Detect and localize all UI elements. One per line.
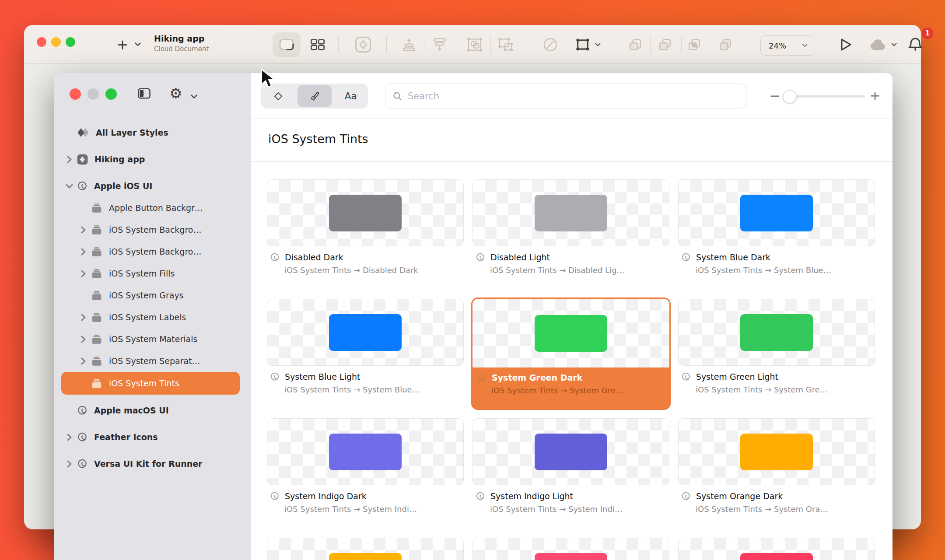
sidebar-item-apple-ios-ui[interactable]: Apple iOS UI: [54, 175, 251, 197]
swatch-preview[interactable]: [678, 538, 875, 560]
style-card-system-indigo-dark[interactable]: System Indigo Dark iOS System Tints → Sy…: [267, 418, 464, 528]
sidebar-item-ios-system-tints[interactable]: iOS System Tints: [61, 372, 240, 395]
settings-chevron[interactable]: [191, 92, 197, 101]
swatch-preview[interactable]: [678, 418, 875, 485]
sidebar-item-ios-system-backgro[interactable]: iOS System Backgro…: [54, 219, 251, 241]
chevron-icon[interactable]: [78, 357, 88, 365]
zoom-level-dropdown[interactable]: 24%: [760, 35, 814, 56]
swatch-preview[interactable]: [472, 538, 669, 560]
sidebar-item-hiking-app[interactable]: Hiking app: [54, 148, 251, 170]
minimize-button[interactable]: [51, 37, 61, 47]
sidebar-item-feather-icons[interactable]: Feather Icons: [54, 426, 251, 448]
card-title: System Indigo Dark: [285, 491, 367, 501]
tab-text-styles[interactable]: Aa: [333, 85, 368, 107]
bring-forward-button[interactable]: [397, 25, 421, 64]
swatch-preview[interactable]: [267, 179, 464, 246]
zoom-slider-track[interactable]: [784, 95, 865, 98]
swatch-preview[interactable]: [472, 179, 669, 246]
chevron-icon[interactable]: [64, 155, 74, 164]
zoom-window-button[interactable]: [66, 37, 75, 47]
style-card-system-green-light[interactable]: System Green Light iOS System Tints → Sy…: [678, 299, 875, 409]
create-symbol-button[interactable]: [351, 25, 375, 64]
chevron-icon[interactable]: [78, 248, 88, 256]
sidebar-item-apple-macos-ui[interactable]: Apple macOS UI: [54, 399, 251, 421]
sidebar-item-versa-ui-kit-for-runner[interactable]: Versa UI Kit for Runner: [54, 453, 251, 475]
sidebar-item-all-layer-styles[interactable]: All Layer Styles: [54, 122, 251, 144]
resize-chevron[interactable]: [593, 25, 602, 64]
search-field[interactable]: [385, 84, 746, 108]
chevron-icon[interactable]: [78, 335, 88, 343]
card-breadcrumb: iOS System Tints → System Blue…: [284, 385, 464, 394]
chevron-icon[interactable]: [64, 433, 74, 441]
style-card-partial[interactable]: [678, 538, 875, 560]
add-page-chevron[interactable]: [133, 25, 143, 64]
swatch-preview[interactable]: [267, 538, 464, 560]
union-button[interactable]: [624, 25, 646, 64]
zoom-in-button[interactable]: +: [869, 88, 880, 103]
zoom-window-button[interactable]: [105, 88, 117, 100]
style-card-system-blue-dark[interactable]: System Blue Dark iOS System Tints → Syst…: [678, 179, 875, 289]
group-button[interactable]: [463, 25, 486, 64]
card-title: Disabled Dark: [285, 252, 343, 262]
cloud-chevron[interactable]: [889, 25, 898, 64]
style-card-partial[interactable]: [267, 538, 464, 560]
library-icon: [77, 405, 88, 416]
swatch-preview[interactable]: [267, 299, 464, 366]
chevron-icon[interactable]: [64, 182, 74, 190]
sidebar-item-ios-system-materials[interactable]: iOS System Materials: [54, 328, 251, 350]
swatch-preview[interactable]: [678, 179, 875, 246]
difference-button[interactable]: [714, 25, 736, 64]
chevron-icon[interactable]: [78, 313, 88, 322]
style-card-disabled-light[interactable]: Disabled Light iOS System Tints → Disabl…: [472, 179, 669, 289]
preview-button[interactable]: [834, 25, 858, 64]
sidebar-item-label: Apple Button Backgr…: [109, 203, 203, 213]
chevron-icon: [80, 313, 86, 322]
settings-button[interactable]: ⚙: [169, 86, 182, 101]
folder-icon: [91, 225, 103, 235]
insert-frame-button[interactable]: [273, 32, 301, 57]
close-button[interactable]: [70, 88, 81, 100]
style-card-disabled-dark[interactable]: Disabled Dark iOS System Tints → Disable…: [267, 179, 464, 289]
zoom-out-button[interactable]: −: [769, 88, 780, 103]
swatch-preview[interactable]: [472, 299, 669, 368]
folder-icon: [91, 290, 103, 301]
style-card-system-green-dark[interactable]: System Green Dark iOS System Tints → Sys…: [471, 298, 671, 410]
chevron-icon[interactable]: [64, 460, 74, 468]
chevron-icon[interactable]: [78, 226, 88, 234]
chevron-icon: [80, 270, 86, 278]
library-icon: [77, 405, 88, 416]
style-card-system-orange-dark[interactable]: System Orange Dark iOS System Tints → Sy…: [678, 418, 875, 528]
style-card-partial[interactable]: [472, 538, 669, 560]
sidebar-item-ios-system-grays[interactable]: iOS System Grays: [54, 284, 251, 306]
sidebar-item-ios-system-backgro[interactable]: iOS System Backgro…: [54, 241, 251, 262]
library-link-icon: [476, 372, 487, 383]
resize-button[interactable]: [572, 25, 594, 64]
grid-view-button[interactable]: [306, 25, 329, 64]
close-button[interactable]: [37, 37, 46, 47]
sidebar-item-ios-system-labels[interactable]: iOS System Labels: [54, 306, 251, 328]
send-backward-button[interactable]: [428, 25, 452, 64]
swatch-preview[interactable]: [267, 418, 464, 485]
subtract-button[interactable]: [654, 25, 676, 64]
toggle-sidebar-button[interactable]: [137, 88, 151, 101]
style-card-system-blue-light[interactable]: System Blue Light iOS System Tints → Sys…: [267, 299, 464, 409]
style-card-system-indigo-light[interactable]: System Indigo Light iOS System Tints → S…: [472, 418, 669, 528]
tab-layer-styles[interactable]: [298, 85, 332, 107]
intersect-button[interactable]: [683, 25, 705, 64]
add-page-button[interactable]: +: [114, 25, 131, 64]
difference-icon: [718, 37, 733, 52]
sidebar-item-label: Apple iOS UI: [94, 181, 152, 191]
swatch-preview[interactable]: [678, 299, 875, 366]
swatch-preview[interactable]: [472, 418, 669, 485]
ungroup-button[interactable]: [494, 25, 518, 64]
sidebar-item-apple-button-backgr[interactable]: Apple Button Backgr…: [54, 197, 251, 219]
sidebar-item-ios-system-fills[interactable]: iOS System Fills: [54, 262, 251, 284]
chevron-icon[interactable]: [78, 270, 88, 278]
sidebar-item-ios-system-separat[interactable]: iOS System Separat…: [54, 350, 251, 372]
search-input[interactable]: [408, 91, 739, 102]
document-title-block: Hiking app Cloud Document: [154, 34, 209, 53]
rotate-button[interactable]: [539, 25, 562, 64]
cloud-sync-button[interactable]: [866, 25, 890, 64]
ungroup-icon: [497, 37, 514, 52]
zoom-slider-knob[interactable]: [783, 90, 797, 103]
